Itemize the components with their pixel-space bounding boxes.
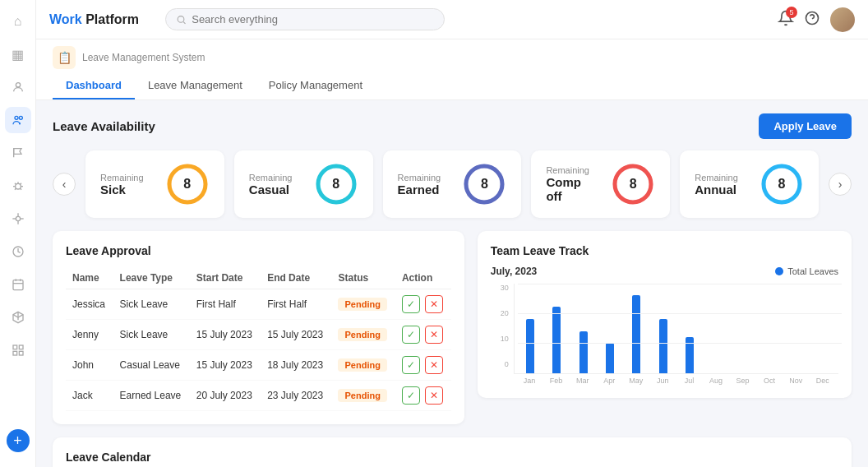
reject-button[interactable]: ✕ [425,356,443,374]
casual-value: 8 [332,177,339,192]
x-label-jun: Jun [650,377,675,385]
row-start: First Half [190,289,261,320]
table-row: Jenny Sick Leave 15 July 2023 15 July 20… [66,320,451,350]
legend-dot [775,267,783,275]
x-label-mar: Mar [570,377,595,385]
apply-leave-button[interactable]: Apply Leave [759,113,852,139]
sidebar-item-people[interactable] [5,107,31,133]
status-badge: Pending [338,328,386,341]
svg-point-2 [19,116,22,119]
y-label-20: 20 [501,309,509,317]
reject-button[interactable]: ✕ [425,386,443,405]
chart-container: 30 20 10 0 Jan Feb [491,284,838,385]
x-label-sep: Sep [730,377,755,385]
compoff-donut: 8 [611,162,655,206]
svg-point-0 [16,83,20,87]
search-bar[interactable] [165,8,445,30]
x-label-oct: Oct [757,377,782,385]
tab-dashboard[interactable]: Dashboard [53,72,135,99]
x-label-dec: Dec [810,377,835,385]
leave-calendar-section: Leave Calendar ‹ July 2023 › Sick Leave … [53,437,852,467]
chart-bar [552,307,561,373]
team-leave-track-col: Team Leave Track July, 2023 Total Leaves… [478,231,852,424]
chart-bar [606,343,614,373]
sidebar-item-flag[interactable] [5,140,31,166]
approve-button[interactable]: ✓ [402,326,420,344]
chart-bar-col [518,284,542,373]
sidebar-item-clock[interactable] [5,238,31,265]
chart-bar-col [783,284,808,373]
notification-badge: 5 [786,7,797,18]
chart-bar-col [570,284,595,373]
row-end: First Half [261,289,331,320]
compoff-value: 8 [630,177,637,192]
x-label-may: May [624,377,649,385]
chart-x-labels: Jan Feb Mar Apr May Jun Jul Aug Sep Oct … [514,374,838,385]
sick-label: Remaining [100,173,154,183]
chart-bars [514,284,838,374]
status-badge: Pending [338,389,386,402]
row-end: 15 July 2023 [261,320,331,350]
row-name: Jack [66,381,113,411]
search-input[interactable] [192,13,434,25]
table-row: Jessica Sick Leave First Half First Half… [66,289,451,320]
tab-leave-management[interactable]: Leave Management [135,72,256,99]
sidebar-item-calendar[interactable] [5,271,31,298]
casual-type: Casual [249,183,302,197]
svg-point-19 [178,16,184,22]
row-leave-type: Sick Leave [113,320,190,350]
reject-button[interactable]: ✕ [425,326,443,344]
track-header: Team Leave Track [491,244,838,257]
sidebar-item-home[interactable]: ⌂ [5,8,31,35]
table-row: John Casual Leave 15 July 2023 18 July 2… [66,350,451,381]
earned-value: 8 [481,177,488,192]
sidebar-item-box[interactable] [5,304,31,331]
sidebar-item-connect[interactable] [5,206,31,232]
y-label-30: 30 [501,284,509,292]
row-status: Pending [331,289,395,320]
row-name: John [66,350,113,381]
approve-button[interactable]: ✓ [402,386,420,405]
chart-bar-col [651,284,676,373]
leave-availability-section: Leave Availability Apply Leave ‹ Remaini… [36,100,868,231]
chart-bar [579,331,588,373]
calendar-title: Leave Calendar [66,451,838,464]
approve-button[interactable]: ✓ [402,295,420,313]
col-action: Action [395,267,451,289]
sidebar-item-grid[interactable]: ▦ [5,41,31,67]
legend-label: Total Leaves [787,266,838,276]
notification-button[interactable]: 5 [778,10,794,30]
tab-policy-management[interactable]: Policy Management [256,72,376,99]
user-avatar[interactable] [830,7,855,32]
reject-button[interactable]: ✕ [425,295,443,313]
row-leave-type: Sick Leave [113,289,190,320]
svg-line-20 [183,21,185,23]
svg-rect-11 [13,280,23,290]
cards-prev-button[interactable]: ‹ [53,173,76,196]
row-action: ✓ ✕ [395,350,451,381]
chart-bar-col [677,284,702,373]
cards-next-button[interactable]: › [829,173,852,196]
topbar-actions: 5 [778,7,855,32]
row-action: ✓ ✕ [395,320,451,350]
leave-approval-col: Leave Approval Name Leave Type Start Dat… [53,231,464,424]
annual-value: 8 [778,177,786,192]
svg-rect-17 [13,351,17,355]
x-label-nov: Nov [783,377,808,385]
leave-card-casual: Remaining Casual 8 [234,150,373,218]
annual-type: Annual [695,183,748,197]
sick-value: 8 [183,177,191,192]
status-badge: Pending [338,358,386,372]
help-button[interactable] [804,10,820,30]
sidebar-item-bug[interactable] [5,173,31,199]
sidebar-add-button[interactable]: + [7,429,30,452]
x-label-jan: Jan [517,377,542,385]
chart-bar-col [544,284,569,373]
leave-card-annual: Remaining Annual 8 [680,150,819,218]
two-col-section: Leave Approval Name Leave Type Start Dat… [36,231,868,437]
sidebar-item-apps[interactable] [5,337,31,363]
sidebar-item-person[interactable] [5,74,31,100]
nav-tabs: Dashboard Leave Management Policy Manage… [53,72,852,99]
earned-donut: 8 [462,162,506,206]
approve-button[interactable]: ✓ [402,356,420,374]
